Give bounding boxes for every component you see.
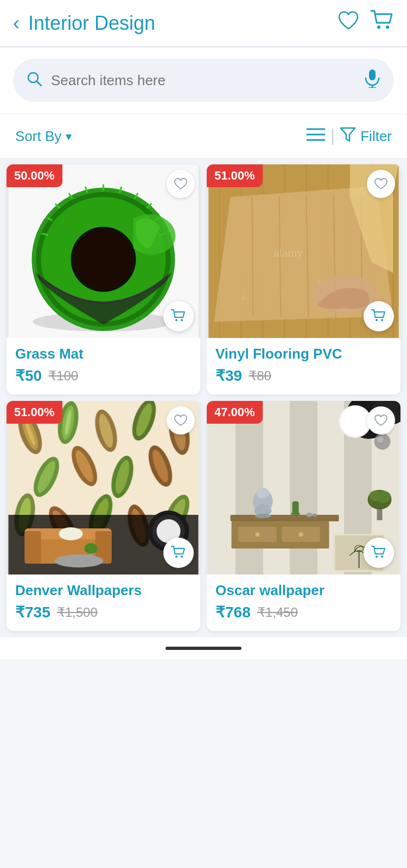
product-name-denver: Denver Wallpapers (15, 582, 192, 599)
svg-point-93 (59, 527, 83, 540)
price-row-oscar: ₹768 ₹1,450 (215, 603, 392, 621)
discount-badge-oscar: 47.00% (207, 401, 263, 424)
svg-marker-10 (341, 128, 355, 141)
svg-point-95 (85, 543, 98, 554)
search-icon (26, 71, 42, 91)
svg-point-122 (299, 532, 303, 537)
price-original-vinyl: ₹80 (249, 368, 271, 384)
price-current-denver: ₹735 (15, 603, 50, 621)
wishlist-heart-denver-icon (174, 414, 188, 427)
svg-rect-4 (369, 69, 376, 80)
svg-point-29 (175, 319, 177, 321)
svg-rect-102 (209, 401, 236, 575)
product-info-vinyl: Vinyl Flooring PVC ₹39 ₹80 (207, 338, 400, 394)
svg-text:a: a (241, 292, 245, 302)
svg-point-143 (377, 436, 384, 443)
wishlist-heart-icon (174, 177, 188, 190)
wishlist-button-denver[interactable] (167, 406, 195, 435)
product-card-grass-mat: 50.00% Grass Mat ₹50 ₹100 (7, 164, 200, 394)
svg-text:alamy: alamy (274, 246, 303, 259)
filter-label: Filter (360, 128, 392, 145)
svg-point-144 (376, 556, 378, 558)
product-image-oscar: 47.00% (207, 401, 400, 575)
product-card-vinyl: alamy a a 51.00% (207, 164, 400, 394)
svg-point-121 (256, 532, 260, 537)
search-bar (13, 59, 394, 102)
svg-point-99 (175, 556, 177, 558)
list-view-icon[interactable] (306, 127, 326, 146)
svg-point-100 (181, 556, 183, 558)
wishlist-icon[interactable] (338, 10, 359, 36)
svg-point-129 (312, 514, 317, 517)
price-current-oscar: ₹768 (215, 603, 251, 621)
search-input[interactable] (51, 72, 355, 89)
products-grid: 50.00% Grass Mat ₹50 ₹100 (0, 158, 407, 637)
product-name-grass: Grass Mat (15, 346, 192, 362)
cart-icon-oscar (371, 546, 386, 560)
svg-point-1 (386, 25, 389, 29)
page-title: Interior Design (28, 12, 155, 35)
mic-icon[interactable] (364, 68, 381, 92)
add-to-cart-denver[interactable] (163, 538, 194, 568)
product-name-oscar: Oscar wallpaper (215, 582, 392, 599)
wishlist-button-oscar[interactable] (367, 406, 395, 435)
header-icons (338, 10, 394, 36)
price-current-grass: ₹50 (15, 367, 42, 385)
discount-badge-grass: 50.00% (7, 164, 62, 187)
add-to-cart-grass[interactable] (163, 301, 194, 331)
add-to-cart-oscar[interactable] (364, 538, 394, 568)
search-area (0, 48, 407, 113)
price-current-vinyl: ₹39 (215, 367, 242, 385)
sort-by-label: Sort By (15, 128, 61, 145)
wishlist-button-grass[interactable] (167, 170, 195, 198)
product-info-grass: Grass Mat ₹50 ₹100 (7, 338, 200, 394)
sort-chevron-icon: ▾ (66, 130, 72, 144)
svg-point-125 (255, 514, 271, 518)
svg-line-3 (37, 81, 42, 86)
price-row-grass: ₹50 ₹100 (15, 367, 192, 385)
product-card-denver: 51.00% Denver Wallpapers ₹735 ₹1,500 (7, 401, 200, 631)
cart-icon-vinyl (371, 309, 386, 323)
product-card-oscar: 47.00% Oscar wallpaper ₹768 ₹1,450 (207, 401, 400, 631)
header-left: ‹ Interior Design (13, 12, 155, 35)
filter-button[interactable]: Filter (340, 127, 392, 146)
price-original-denver: ₹1,500 (57, 605, 98, 620)
product-info-oscar: Oscar wallpaper ₹768 ₹1,450 (207, 575, 400, 631)
svg-point-92 (55, 554, 104, 567)
svg-point-141 (341, 407, 370, 436)
svg-point-128 (306, 513, 313, 517)
cart-icon[interactable] (370, 10, 394, 36)
home-indicator (166, 647, 241, 650)
wishlist-button-vinyl[interactable] (367, 170, 395, 198)
price-row-vinyl: ₹39 ₹80 (215, 367, 392, 385)
price-row-denver: ₹735 ₹1,500 (15, 603, 192, 621)
svg-point-133 (376, 491, 391, 503)
filter-icon (340, 127, 356, 146)
wishlist-heart-vinyl-icon (374, 177, 388, 190)
cart-icon-denver (171, 546, 186, 560)
add-to-cart-vinyl[interactable] (364, 301, 394, 331)
svg-point-54 (376, 319, 378, 321)
product-info-denver: Denver Wallpapers ₹735 ₹1,500 (7, 575, 200, 631)
product-name-vinyl: Vinyl Flooring PVC (215, 346, 392, 362)
discount-badge-vinyl: 51.00% (207, 164, 263, 187)
svg-point-124 (257, 488, 270, 499)
svg-point-17 (74, 229, 133, 289)
product-image-grass-mat: 50.00% (7, 164, 200, 338)
svg-point-55 (381, 319, 383, 321)
price-original-grass: ₹100 (48, 368, 78, 384)
svg-rect-115 (231, 515, 339, 521)
cart-icon-grass (171, 309, 186, 323)
sort-by-button[interactable]: Sort By ▾ (15, 128, 72, 145)
sort-filter-divider (332, 129, 333, 145)
product-image-denver: 51.00% (7, 401, 200, 575)
bottom-bar (0, 637, 407, 659)
svg-point-0 (377, 25, 380, 29)
wishlist-heart-oscar-icon (374, 414, 388, 427)
svg-point-145 (381, 556, 383, 558)
back-button[interactable]: ‹ (13, 12, 20, 35)
svg-line-28 (43, 234, 48, 235)
header: ‹ Interior Design (0, 0, 407, 47)
svg-rect-127 (292, 501, 299, 514)
discount-badge-denver: 51.00% (7, 401, 62, 424)
